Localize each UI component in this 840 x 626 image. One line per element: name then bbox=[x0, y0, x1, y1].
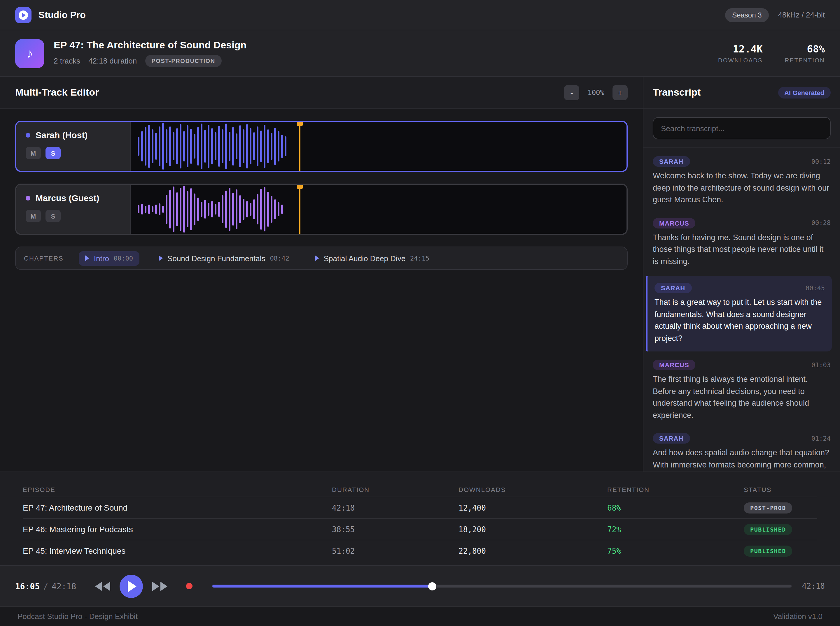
cell-retention: 68% bbox=[607, 503, 744, 512]
waveform-area[interactable] bbox=[131, 185, 626, 234]
waveform-bar bbox=[159, 126, 160, 166]
music-note-icon: ♪ bbox=[15, 39, 44, 68]
episode-table: EPISODE DURATION DOWNLOADS RETENTION STA… bbox=[0, 471, 840, 565]
col-retention: RETENTION bbox=[607, 486, 744, 493]
mute-button[interactable]: M bbox=[26, 210, 41, 222]
waveform-bar bbox=[215, 133, 217, 160]
waveform-bar bbox=[152, 129, 154, 163]
cell-status: POST-PROD bbox=[744, 502, 817, 513]
season-badge: Season 3 bbox=[725, 8, 769, 22]
chapter-play-icon bbox=[315, 255, 319, 261]
mute-button[interactable]: M bbox=[26, 147, 41, 159]
zoom-in-button[interactable]: + bbox=[612, 85, 628, 100]
cell-status: PUBLISHED bbox=[744, 545, 817, 557]
waveform bbox=[131, 122, 626, 171]
solo-button[interactable]: S bbox=[46, 147, 61, 159]
waveform-bar bbox=[246, 201, 248, 218]
table-row[interactable]: EP 47: Architecture of Sound 42:18 12,40… bbox=[23, 497, 817, 518]
rewind-button[interactable] bbox=[95, 581, 110, 591]
speaker-badge: MARCUS bbox=[653, 218, 696, 228]
transcript-header: Transcript AI Generated bbox=[644, 77, 840, 109]
transcript-entries: SARAH 00:12 Welcome back to the show. To… bbox=[644, 148, 840, 471]
cell-duration: 42:18 bbox=[332, 503, 458, 512]
transcript-entry[interactable]: MARCUS 00:28 Thanks for having me. Sound… bbox=[653, 214, 831, 271]
cell-duration: 51:02 bbox=[332, 546, 458, 555]
waveform-area[interactable] bbox=[131, 122, 626, 171]
waveform-bar bbox=[271, 133, 272, 160]
retention-stat: 68% RETENTION bbox=[785, 43, 825, 64]
seek-slider[interactable] bbox=[212, 585, 791, 587]
search-input[interactable] bbox=[653, 117, 831, 139]
waveform-bar bbox=[180, 124, 181, 168]
waveform-bar bbox=[271, 196, 272, 223]
track-row[interactable]: Marcus (Guest) M S bbox=[15, 184, 628, 235]
waveform-bar bbox=[222, 129, 223, 163]
play-icon bbox=[128, 580, 137, 592]
waveform-bar bbox=[208, 125, 209, 168]
table-row[interactable]: EP 46: Mastering for Podcasts 38:55 18,2… bbox=[23, 518, 817, 540]
zoom-level: 100% bbox=[587, 89, 604, 97]
table-header-row: EPISODE DURATION DOWNLOADS RETENTION STA… bbox=[23, 483, 817, 497]
entry-text: The first thing is always the emotional … bbox=[653, 374, 831, 421]
transcript-entry[interactable]: SARAH 00:12 Welcome back to the show. To… bbox=[653, 153, 831, 210]
chapter-play-icon bbox=[85, 255, 89, 261]
waveform-bar bbox=[159, 203, 160, 215]
table-row[interactable]: EP 45: Interview Techniques 51:02 22,800… bbox=[23, 540, 817, 561]
episode-title: EP 47: The Architecture of Sound Design bbox=[54, 40, 247, 51]
track-row[interactable]: Sarah (Host) M S bbox=[15, 121, 628, 172]
app-window: Studio Pro Season 3 48kHz / 24-bit ♪ EP … bbox=[0, 0, 840, 626]
entry-text: Thanks for having me. Sound design is on… bbox=[653, 232, 831, 268]
seek-slider-thumb[interactable] bbox=[428, 582, 436, 590]
editor-title: Multi-Track Editor bbox=[15, 87, 99, 99]
multitrack-editor: Multi-Track Editor - 100% + Sarah (Host)… bbox=[0, 77, 643, 471]
retention-label: RETENTION bbox=[785, 57, 825, 64]
entry-timestamp: 01:03 bbox=[812, 361, 831, 369]
track-count: 2 tracks bbox=[54, 56, 80, 65]
record-indicator[interactable] bbox=[186, 583, 193, 589]
cell-episode: EP 45: Interview Techniques bbox=[23, 546, 332, 556]
cell-downloads: 22,800 bbox=[458, 546, 607, 555]
seek-slider-fill bbox=[212, 585, 433, 587]
chapter-chip[interactable]: Sound Design Fundamentals 08:42 bbox=[152, 251, 296, 266]
downloads-label: DOWNLOADS bbox=[718, 57, 763, 64]
speaker-badge: MARCUS bbox=[653, 360, 696, 370]
waveform-bar bbox=[264, 125, 265, 168]
transcript-entry[interactable]: SARAH 00:45 That is a great way to put i… bbox=[646, 276, 832, 352]
forward-button[interactable] bbox=[152, 581, 167, 591]
waveform-bar bbox=[148, 125, 150, 168]
play-button[interactable] bbox=[119, 574, 143, 598]
end-time: 42:18 bbox=[802, 582, 825, 590]
waveform-bar bbox=[246, 124, 248, 168]
col-duration: DURATION bbox=[332, 486, 458, 493]
transcript-entry[interactable]: SARAH 01:24 And how does spatial audio c… bbox=[653, 430, 831, 471]
waveform-bar bbox=[138, 137, 140, 156]
chapter-title: Intro bbox=[94, 254, 109, 263]
chapter-chip[interactable]: Spatial Audio Deep Dive 24:15 bbox=[309, 251, 436, 266]
playhead-handle bbox=[297, 122, 303, 126]
waveform-bar bbox=[236, 189, 237, 229]
waveform-bar bbox=[194, 194, 195, 225]
speaker-badge: SARAH bbox=[653, 433, 690, 444]
episode-info: ♪ EP 47: The Architecture of Sound Desig… bbox=[15, 39, 247, 68]
app-title: Studio Pro bbox=[39, 9, 86, 20]
track-name-row: Marcus (Guest) bbox=[26, 193, 121, 203]
entry-header: SARAH 00:12 bbox=[653, 156, 831, 167]
transcript-entry[interactable]: MARCUS 01:03 The first thing is always t… bbox=[653, 356, 831, 425]
track-buttons: M S bbox=[26, 147, 121, 159]
waveform-bar bbox=[197, 127, 199, 165]
track-color-dot bbox=[26, 196, 30, 200]
chapter-play-icon bbox=[159, 255, 163, 261]
waveform-bar bbox=[194, 134, 195, 158]
solo-button[interactable]: S bbox=[46, 210, 61, 222]
playhead[interactable] bbox=[299, 185, 300, 234]
waveform-bar bbox=[152, 207, 154, 212]
chapter-time: 08:42 bbox=[270, 254, 289, 262]
zoom-out-button[interactable]: - bbox=[564, 85, 579, 100]
track-name-row: Sarah (Host) bbox=[26, 130, 121, 140]
entry-text: Welcome back to the show. Today we are d… bbox=[653, 170, 831, 206]
waveform-bar bbox=[260, 131, 262, 162]
playhead[interactable] bbox=[299, 122, 300, 171]
chapter-chip[interactable]: Intro 00:00 bbox=[79, 251, 140, 266]
waveform-bar bbox=[169, 190, 171, 228]
waveform-bar bbox=[218, 202, 220, 216]
